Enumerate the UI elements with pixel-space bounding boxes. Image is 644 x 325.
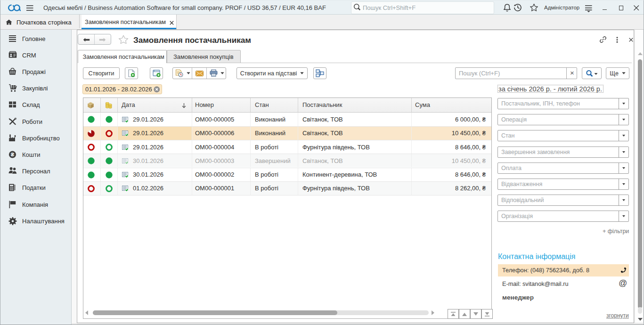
svg-text:₴: ₴ [11, 152, 15, 157]
